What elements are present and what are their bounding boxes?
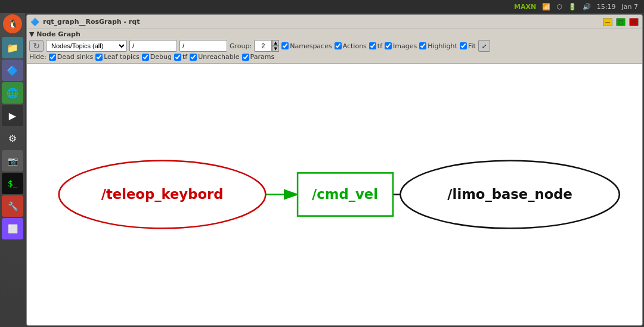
topic-filter-input[interactable] [179,40,227,52]
plugin-toolbar-area: ▼ Node Graph ↻ Nodes only Nodes/Topics (… [27,29,642,64]
dead-sinks-checkbox[interactable] [49,54,56,61]
dead-sinks-checkbox-label[interactable]: Dead sinks [49,53,93,61]
tf2-checkbox[interactable] [174,54,181,61]
browser-sidebar-icon[interactable]: 🌐 [2,82,23,104]
fit-checkbox[interactable] [460,42,467,49]
graph-svg: /teleop_keybord /cmd_vel /limo_base_node [27,64,642,325]
camera-sidebar-icon[interactable]: 📷 [2,150,23,172]
images-checkbox-label[interactable]: Images [385,42,417,50]
tf-checkbox-label[interactable]: tf [369,42,382,50]
software-sidebar-icon[interactable]: 🔧 [2,195,23,217]
images-checkbox[interactable] [385,42,392,49]
app-title: rqt_graph__RosGraph - rqt [43,18,599,26]
leaf-topics-checkbox[interactable] [95,54,103,61]
tf2-checkbox-label[interactable]: tf [174,53,187,61]
battery-icon: 🔋 [568,3,577,11]
system-time: 15:19 [597,3,616,11]
plugin-title: ▼ Node Graph [29,30,640,38]
fit-checkbox-label[interactable]: Fit [460,42,476,50]
graph-canvas[interactable]: /teleop_keybord /cmd_vel /limo_base_node [27,64,642,325]
refresh-button[interactable]: ↻ [29,40,44,52]
node-teleop-label: /teleop_keybord [101,186,224,202]
group-label: Group: [230,42,252,50]
system-bar: MAXN 📶 ⬡ 🔋 🔊 15:19 Jan 7 [0,0,644,13]
actions-checkbox-label[interactable]: Actions [335,42,367,50]
wifi-icon: 📶 [542,3,550,11]
params-checkbox-label[interactable]: Params [242,53,275,61]
leaf-topics-checkbox-label[interactable]: Leaf topics [95,53,140,61]
system-date: Jan 7 [622,3,638,11]
ns-filter-input[interactable] [129,40,177,52]
highlight-checkbox-label[interactable]: Highlight [419,42,457,50]
app-titlebar: 🔷 rqt_graph__RosGraph - rqt — □ ✕ [27,15,642,29]
tf-checkbox[interactable] [369,42,376,49]
actions-checkbox[interactable] [335,42,342,49]
rqt-sidebar-icon[interactable]: 🔷 [2,60,23,81]
ubuntu-launcher-icon[interactable]: 🐧 [3,14,22,33]
group-spinbox: 2 ▲ ▼ [254,40,279,52]
unreachable-checkbox[interactable] [190,54,197,61]
view-mode-select[interactable]: Nodes only Nodes/Topics (active) Nodes/T… [46,40,127,52]
window-maximize-button[interactable]: □ [616,18,626,26]
terminal2-sidebar-icon[interactable]: $_ [2,173,23,194]
namespaces-checkbox[interactable] [281,42,289,49]
unreachable-checkbox-label[interactable]: Unreachable [190,53,239,61]
group-increment-button[interactable]: ▲ [272,40,279,46]
window-minimize-button[interactable]: — [603,18,612,26]
bluetooth-icon: ⬡ [556,3,562,11]
fit-view-button[interactable]: ⤢ [478,40,490,52]
toolbar-row-1: ↻ Nodes only Nodes/Topics (active) Nodes… [29,40,640,52]
group-value-input[interactable]: 2 [254,40,272,52]
namespaces-checkbox-label[interactable]: Namespaces [281,42,332,50]
group-decrement-button[interactable]: ▼ [272,46,279,52]
application-sidebar: 🐧 📁 🔷 🌐 ▶ ⚙ 📷 $_ 🔧 ⬜ [0,13,25,327]
highlight-checkbox[interactable] [419,42,426,49]
volume-icon: 🔊 [583,3,591,11]
debug-checkbox-label[interactable]: Debug [142,53,172,61]
terminal-sidebar-icon[interactable]: ▶ [2,105,23,126]
params-checkbox[interactable] [242,54,249,61]
nvidia-indicator: MAXN [514,3,536,11]
app-window: 🔷 rqt_graph__RosGraph - rqt — □ ✕ ▼ Node… [26,14,643,326]
debug-checkbox[interactable] [142,54,149,61]
files-sidebar-icon[interactable]: 📁 [2,37,23,58]
plugin-collapse-icon[interactable]: ▼ [29,30,34,38]
settings-sidebar-icon[interactable]: ⚙ [2,127,23,149]
apps-sidebar-icon[interactable]: ⬜ [2,218,23,239]
node-cmdvel-label: /cmd_vel [312,186,378,202]
app-window-icon: 🔷 [30,18,39,26]
toolbar-row-2: Hide: Dead sinks Leaf topics Debug tf [29,53,640,61]
hide-label: Hide: [29,53,47,61]
node-limo-label: /limo_base_node [447,186,572,202]
window-close-button[interactable]: ✕ [629,18,639,26]
